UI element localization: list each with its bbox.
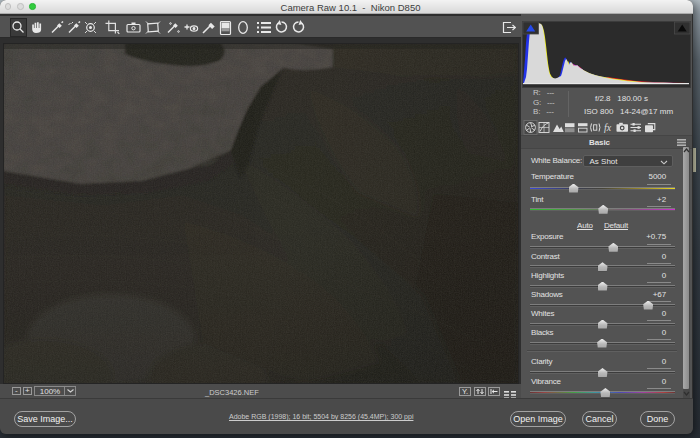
svg-text:fx: fx xyxy=(604,122,612,133)
